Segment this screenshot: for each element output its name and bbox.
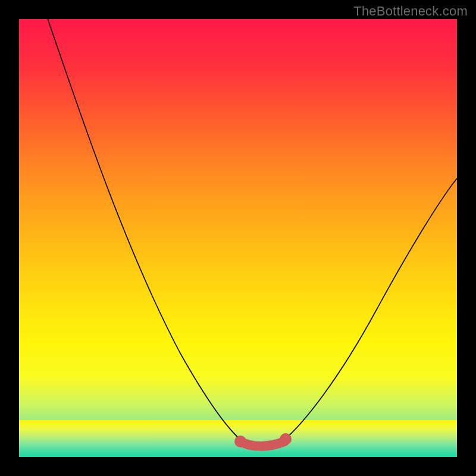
plot-area	[19, 19, 457, 457]
bottleneck-curve-right	[281, 178, 457, 443]
highlight-dot-right	[280, 433, 292, 445]
curve-svg	[19, 19, 457, 457]
bottleneck-curve-left	[42, 19, 244, 443]
watermark-text: TheBottleneck.com	[353, 4, 468, 19]
highlight-dot-left	[234, 436, 246, 447]
chart-frame: TheBottleneck.com	[0, 0, 476, 476]
highlight-segment	[240, 441, 284, 446]
